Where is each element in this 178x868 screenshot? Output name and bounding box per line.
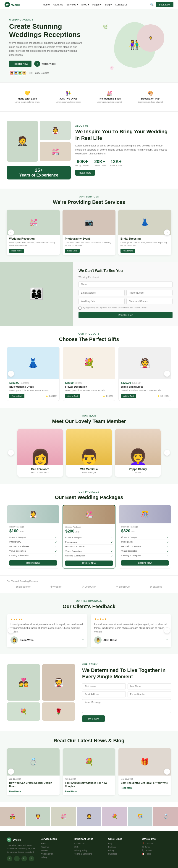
nav-pages[interactable]: Pages ▾: [93, 3, 102, 6]
footer-link-services[interactable]: Services: [41, 849, 70, 851]
story-first-name-input[interactable]: [82, 683, 126, 689]
hero-watch-button[interactable]: Watch Video: [34, 61, 56, 67]
twitter-icon[interactable]: t: [14, 856, 20, 861]
service-card-photography: 📷 Photography Event Lorem ipsum dolor si…: [62, 210, 116, 255]
footer-link-privacy[interactable]: Privacy Policy: [74, 849, 104, 851]
location-text: Location: [146, 842, 153, 845]
footer-quick-links-col: Quick Links Blog Portfolio Pricing Packa…: [108, 837, 137, 861]
service-read-more-3[interactable]: Read More: [121, 249, 135, 253]
testimonials-next-arrow[interactable]: ›: [164, 627, 170, 634]
nav-blog[interactable]: Blog ▾: [105, 3, 112, 6]
blog-post-title-2: First Anniversary Gift Idea For New Coup…: [65, 781, 113, 788]
service-read-more-1[interactable]: Read More: [9, 249, 24, 253]
hero-description: We've completed thousands of amazing wed…: [9, 41, 82, 57]
story-email-input[interactable]: [82, 691, 126, 698]
story-last-name-input[interactable]: [128, 683, 171, 689]
footer-link-terms[interactable]: Terms & Conditions: [74, 853, 104, 855]
package-book-button-3[interactable]: Booking Now: [121, 560, 169, 565]
gifts-next-arrow[interactable]: ›: [164, 371, 170, 377]
testimonials-prev-arrow[interactable]: ‹: [8, 627, 14, 634]
footer-link-gallery[interactable]: Gallery: [41, 856, 70, 859]
footer-logo: ✿ Wzoo: [7, 837, 36, 842]
packages-label: Our Packages: [7, 491, 171, 493]
contact-email-input[interactable]: [78, 290, 125, 296]
story-message-input[interactable]: [82, 699, 171, 713]
testimonial-stars-1: ★★★★★: [10, 618, 84, 621]
package-card-2: 💒 Cheesy Package $200 /mo Flower & Bouqu…: [62, 505, 116, 568]
contact-phone-input[interactable]: [126, 290, 173, 296]
about-images-right: 👰 💒: [40, 121, 71, 161]
footer-link-packages[interactable]: Packages: [108, 853, 137, 855]
story-title: We Determined To Live Together In Every …: [82, 667, 171, 680]
gift-add-button-3[interactable]: Add to Cart: [121, 394, 136, 398]
linkedin-icon[interactable]: li: [29, 856, 34, 861]
service-title-3: Bridal Dressing: [121, 237, 169, 240]
story-content: Our Story We Determined To Live Together…: [75, 663, 171, 722]
package-book-button-1[interactable]: Booking Now: [9, 560, 57, 565]
blog-body-1: Jan 12, 2024 How You Can Create Special …: [7, 776, 59, 795]
services-prev-arrow[interactable]: ‹: [8, 229, 14, 236]
feature-just-two: 👫 Just Two Of Us Lorem ipsum dolor sit a…: [48, 87, 89, 107]
story-send-button[interactable]: Send Now: [82, 715, 105, 722]
contact-checkbox[interactable]: [78, 307, 81, 310]
nav-cta-button[interactable]: Book Now: [156, 2, 173, 7]
footer-link-portfolio[interactable]: Portfolio: [108, 846, 137, 848]
team-next-arrow[interactable]: ›: [164, 450, 170, 456]
footer-grid: ✿ Wzoo Lorem ipsum dolor sit amet, conse…: [7, 837, 171, 861]
blog-section: Read Our Latest News & Blog ‹ 💍 Jan 12, …: [0, 731, 178, 802]
nav-home[interactable]: Home: [43, 3, 50, 6]
contact-name-input[interactable]: [78, 281, 173, 287]
team-prev-arrow[interactable]: ‹: [8, 450, 14, 456]
blog-read-more-3[interactable]: Read More: [121, 787, 132, 789]
gift-add-button-1[interactable]: Add to Cart: [9, 394, 24, 398]
footer-link-contact[interactable]: Contact Us: [74, 842, 104, 845]
testimonials-title: Our Client's Feedback: [7, 603, 171, 610]
gift-add-button-2[interactable]: Add to Cart: [65, 394, 80, 398]
services-next-arrow[interactable]: ›: [164, 229, 170, 236]
blog-image-1: 💍: [7, 748, 59, 776]
contact-title: We Can't Wait To See You: [78, 269, 173, 273]
nav-contact[interactable]: Contact Us: [115, 3, 127, 6]
story-emoji-2: 👰: [54, 678, 64, 687]
play-icon: [34, 61, 40, 67]
contact-guests-input[interactable]: [126, 298, 173, 304]
about-read-more-button[interactable]: Read More: [75, 170, 95, 176]
footer-link-about[interactable]: About Us: [41, 846, 70, 848]
search-icon[interactable]: 🔍: [150, 3, 154, 6]
team-image-1: 👩: [17, 429, 63, 465]
instagram-icon[interactable]: in: [22, 856, 27, 861]
story-phone-input[interactable]: [128, 691, 171, 698]
package-price-2: $200 /mo: [65, 529, 113, 534]
package-book-button-2[interactable]: Booking Now: [65, 560, 113, 566]
contact-date-input[interactable]: [78, 298, 125, 304]
contact-submit-button[interactable]: Register Free: [78, 312, 173, 318]
nav-logo[interactable]: Wzoo: [5, 2, 20, 7]
footer-service-links-title: Service Links: [41, 837, 70, 840]
contact-email-phone-row: [78, 290, 173, 298]
footer-link-wedding-plan[interactable]: Wedding Plan: [41, 853, 70, 855]
blog-read-more-2[interactable]: Read More: [65, 790, 77, 793]
footer-link-faq[interactable]: FAQ: [74, 846, 104, 848]
gifts-prev-arrow[interactable]: ‹: [8, 371, 14, 377]
gift-card-3: 👰 $320.00 $400.00 White Bridal Dress Lor…: [119, 347, 171, 401]
facebook-icon[interactable]: f: [7, 856, 12, 861]
nav-about[interactable]: About Us: [53, 3, 63, 6]
wedding-emoji-2: 👰: [51, 127, 59, 134]
services-section: Our Services We're Providing Best Servic…: [0, 189, 178, 262]
footer-link-blog[interactable]: Blog: [108, 842, 137, 845]
hero-register-button[interactable]: Register Now: [9, 61, 31, 67]
footer-link-home[interactable]: Home: [41, 842, 70, 845]
blog-read-more-1[interactable]: Read More: [9, 790, 21, 793]
blog-post-title-3: Best Thoughtful Gift Idea For Your Wife: [121, 781, 169, 785]
team-role-2: Event Manager: [66, 471, 112, 474]
blog-next-arrow[interactable]: ›: [164, 769, 170, 775]
team-avatar-2: 👨: [79, 450, 99, 465]
footer-link-pricing[interactable]: Pricing: [108, 849, 137, 851]
nav-shop[interactable]: Shop ▾: [81, 3, 89, 6]
service-read-more-2[interactable]: Read More: [65, 249, 80, 253]
story-emoji-3: 💐: [20, 708, 27, 715]
blog-prev-arrow[interactable]: ‹: [8, 769, 14, 775]
partners-logos: ✿ Blossomy ❋ Wedify ♡ EverAfter ✦ BloomC…: [7, 585, 171, 588]
author-avatar-2: 👨: [94, 637, 102, 644]
nav-services[interactable]: Services ▾: [67, 3, 78, 6]
